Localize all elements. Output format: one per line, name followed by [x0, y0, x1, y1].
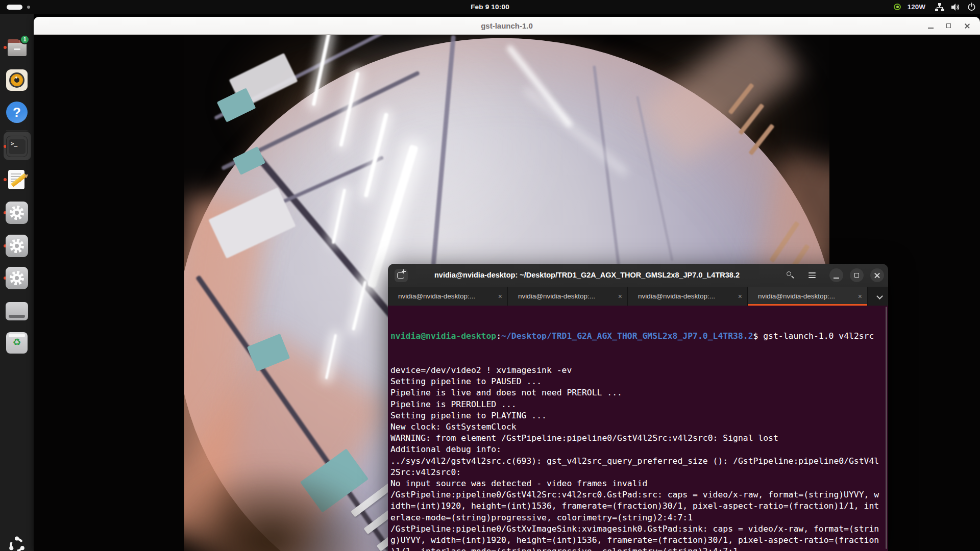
terminal-output-line: New clock: GstSystemClock [390, 421, 879, 433]
search-button[interactable] [783, 268, 797, 282]
prompt-user-host: nvidia@nvidia-desktop [390, 331, 496, 341]
menu-button[interactable] [805, 268, 819, 282]
terminal-tab-bar: nvidia@nvidia-desktop:...×nvidia@nvidia-… [388, 287, 888, 306]
dock-item-files[interactable]: 1 [0, 33, 34, 62]
terminal-output-line: idth=(int)1920, height=(int)1536, framer… [390, 500, 879, 512]
files-unread-badge: 1 [20, 35, 30, 44]
terminal-close-button[interactable] [870, 268, 884, 282]
dock-item-trash[interactable]: ♻ [0, 329, 34, 357]
tab-close-icon[interactable]: × [618, 292, 622, 300]
terminal-output-line: Additional debug info: [390, 444, 879, 455]
terminal-tab-3[interactable]: nvidia@nvidia-desktop:...× [628, 287, 748, 306]
maximize-button[interactable] [944, 21, 953, 31]
dock-item-settings-1[interactable] [0, 198, 34, 227]
dock-item-settings-2[interactable] [0, 232, 34, 260]
recycle-glyph: ♻ [6, 336, 28, 348]
dark-floor-area [184, 466, 378, 551]
terminal-tab-4[interactable]: nvidia@nvidia-desktop:...× [748, 287, 868, 306]
terminal-output-line: Setting pipeline to PLAYING ... [390, 410, 879, 421]
terminal-output-line: 2Src:v4l2src0: [390, 467, 879, 478]
terminal-tab-1[interactable]: nvidia@nvidia-desktop:...× [388, 287, 508, 306]
tab-label: nvidia@nvidia-desktop:... [518, 292, 615, 300]
terminal-output-line: erlace-mode=(string)progressive, colorim… [390, 512, 879, 523]
dock-item-show-apps[interactable] [0, 532, 34, 551]
dock-separator [6, 131, 28, 131]
ubuntu-show-apps-icon [8, 536, 26, 551]
network-wired-icon [935, 3, 944, 11]
terminal-scrollbar[interactable] [886, 307, 887, 549]
dock-item-terminal[interactable]: >_ [0, 132, 34, 161]
minimize-button[interactable] [926, 21, 936, 31]
clock[interactable]: Feb 9 10:00 [0, 0, 980, 14]
top-bar: Feb 9 10:00 120W [0, 0, 980, 14]
text-editor-icon [7, 169, 27, 190]
terminal-output-line: Setting pipeline to PAUSED ... [390, 376, 879, 387]
terminal-output-line: device=/dev/video2 ! xvimagesink -ev [390, 365, 879, 376]
terminal-text: nvidia@nvidia-desktop:~/Desktop/TRD1_G2A… [390, 308, 879, 551]
close-button[interactable] [963, 21, 972, 31]
dock-item-text-editor[interactable] [0, 165, 34, 194]
terminal-output-line: g)UYVY, width=(int)1920, height=(int)153… [390, 535, 879, 546]
terminal-output-line: Pipeline is live and does not need PRERO… [390, 387, 879, 398]
volume-icon [951, 3, 961, 11]
terminal-icon: >_ [6, 136, 28, 157]
files-icon: 1 [6, 37, 28, 58]
terminal-prompt-line: nvidia@nvidia-desktop:~/Desktop/TRD1_G2A… [390, 331, 879, 342]
new-tab-button[interactable] [395, 269, 408, 282]
terminal-maximize-button[interactable] [850, 268, 864, 282]
tab-label: nvidia@nvidia-desktop:... [398, 292, 495, 300]
gst-window-title: gst-launch-1.0 [34, 17, 980, 35]
tab-close-icon[interactable]: × [498, 292, 502, 300]
terminal-output-line: WARNING: from element /GstPipeline:pipel… [390, 433, 879, 444]
tab-close-icon[interactable]: × [858, 292, 862, 300]
tab-close-icon[interactable]: × [738, 292, 742, 300]
dock-item-settings-3[interactable] [0, 264, 34, 292]
dock: 1 ? >_ [0, 14, 34, 551]
prompt-path: ~/Desktop/TRD1_G2A_AGX_THOR_GMSL2x8_JP7.… [501, 331, 753, 341]
system-status-area[interactable]: 120W [893, 0, 976, 14]
gear-icon [6, 267, 28, 289]
dock-item-rhythmbox[interactable] [0, 66, 34, 94]
help-icon: ? [6, 102, 28, 123]
power-draw-value: 120W [908, 3, 925, 11]
terminal-output-line: /GstPipeline:pipeline0/GstXvImageSink:xv… [390, 523, 879, 535]
prompt-command: $ gst-launch-1.0 v4l2src [753, 331, 874, 341]
rhythmbox-icon [6, 69, 28, 91]
terminal-minimize-button[interactable] [829, 268, 843, 282]
terminal-window: nvidia@nvidia-desktop: ~/Desktop/TRD1_G2… [388, 264, 888, 551]
terminal-output: device=/dev/video2 ! xvimagesink -evSett… [390, 365, 879, 551]
tab-label: nvidia@nvidia-desktop:... [638, 292, 735, 300]
terminal-output-line: ../sys/v4l2/gstv4l2src.c(693): gst_v4l2s… [390, 456, 879, 467]
terminal-output-line: Pipeline is PREROLLED ... [390, 399, 879, 410]
power-icon [967, 3, 976, 11]
terminal-tab-2[interactable]: nvidia@nvidia-desktop:...× [508, 287, 628, 306]
terminal-viewport[interactable]: nvidia@nvidia-desktop:~/Desktop/TRD1_G2A… [388, 306, 888, 551]
gst-window-titlebar[interactable]: gst-launch-1.0 [34, 17, 980, 35]
trash-icon: ♻ [6, 332, 28, 354]
tab-label: nvidia@nvidia-desktop:... [758, 292, 855, 300]
gear-icon [6, 235, 28, 257]
terminal-output-line: No input source was detected - video fra… [390, 478, 879, 489]
desktop: Feb 9 10:00 120W [0, 0, 980, 551]
terminal-output-line: /GstPipeline:pipeline0/GstV4l2Src:v4l2sr… [390, 489, 879, 500]
terminal-headerbar[interactable]: nvidia@nvidia-desktop: ~/Desktop/TRD1_G2… [388, 264, 888, 287]
disk-drive-icon [6, 302, 28, 320]
gear-icon [6, 202, 28, 224]
nvidia-power-icon [893, 3, 902, 11]
tab-list-chevron-icon[interactable] [876, 293, 883, 299]
dock-item-help[interactable]: ? [0, 98, 34, 127]
terminal-title: nvidia@nvidia-desktop: ~/Desktop/TRD1_G2… [419, 264, 755, 287]
terminal-output-line: )1/1, interlace-mode=(string)progressive… [390, 546, 879, 551]
dock-item-disks[interactable] [0, 297, 34, 325]
